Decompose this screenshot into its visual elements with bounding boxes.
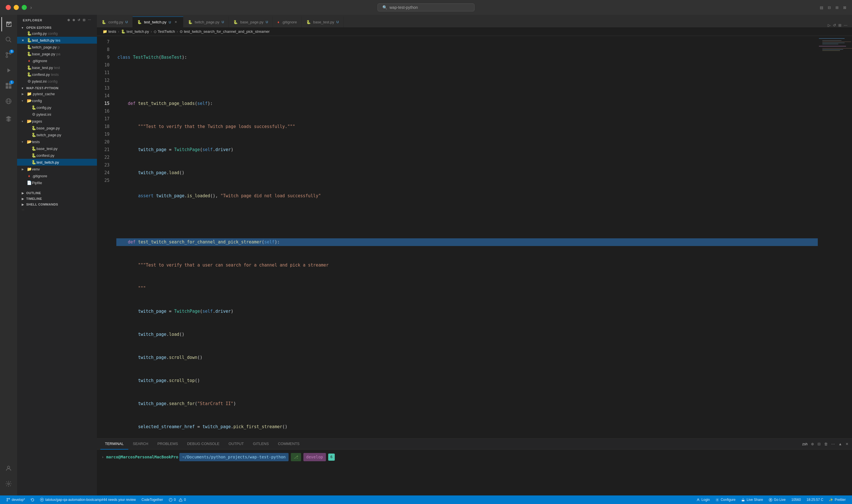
open-editor-gitignore[interactable]: ♦ .gitignore (17, 57, 97, 64)
editor-actions[interactable]: ▷ ↺ ⊞ ⋯ (828, 23, 852, 28)
minimize-button[interactable] (14, 5, 19, 10)
code-editor[interactable]: class TestTwitch(BaseTest): def test_twi… (114, 36, 818, 438)
status-repo[interactable]: tatotux/gap-qa-automation-bootcamp#44 ne… (37, 498, 139, 502)
history-icon[interactable]: ↺ (833, 23, 836, 28)
new-file-icon[interactable]: ⊕ (67, 18, 70, 22)
panel-tab-search[interactable]: SEARCH (128, 439, 153, 450)
timeline-section[interactable]: ▶ TIMELINE (17, 195, 97, 201)
panel-actions[interactable]: zsh ⊕ ⊟ 🗑 ⋯ ▲ ✕ (802, 442, 849, 446)
more-options[interactable]: ... (17, 207, 97, 211)
open-editor-base-page[interactable]: 🐍 base_page.py pa (17, 51, 97, 57)
nav-arrows[interactable]: ‹ › (23, 4, 32, 11)
status-configure[interactable]: Configure (713, 498, 738, 502)
panel-tab-terminal[interactable]: TERMINAL (100, 439, 128, 450)
layout-icon-4[interactable]: ⊠ (843, 5, 846, 10)
open-editor-test-twitch[interactable]: ✕ 🐍 test_twitch.py tes (17, 37, 97, 43)
tab-base-test[interactable]: 🐍 base_test.py U (302, 17, 343, 28)
maximize-panel-icon[interactable]: ▲ (838, 442, 842, 446)
tree-gitignore[interactable]: ♦ .gitignore (17, 173, 97, 179)
more-actions-icon[interactable]: ⋯ (844, 23, 848, 28)
status-login[interactable]: Login (693, 498, 713, 502)
status-errors[interactable]: 0 0 (166, 498, 189, 502)
tree-pipfile[interactable]: 📄 Pipfile (17, 179, 97, 186)
status-cursor[interactable]: 10560 (788, 498, 803, 502)
close-panel-icon[interactable]: ✕ (846, 442, 849, 446)
panel-tab-debug[interactable]: DEBUG CONSOLE (182, 439, 224, 450)
open-editors-section[interactable]: ▾ OPEN EDITORS (17, 24, 97, 30)
tree-tests-folder[interactable]: ▾ 📂 tests (17, 138, 97, 145)
activity-icon-source-control[interactable]: 9 (1, 48, 16, 62)
split-terminal-icon[interactable]: ⊟ (817, 442, 821, 446)
tree-base-test-py[interactable]: 🐍 base_test.py (17, 145, 97, 152)
back-arrow[interactable]: ‹ (23, 4, 24, 11)
activity-icon-remote[interactable] (1, 94, 16, 108)
kill-terminal-icon[interactable]: 🗑 (824, 442, 828, 446)
layout-icon-2[interactable]: ⊟ (828, 5, 831, 10)
outline-section[interactable]: ▶ OUTLINE (17, 190, 97, 195)
open-editor-pytest[interactable]: ⚙ pytest.ini config (17, 78, 97, 85)
tree-pytest-cache[interactable]: ▶ 📁 .pytest_cache (17, 90, 97, 97)
more-icon[interactable]: ⋯ (88, 18, 91, 22)
status-sync[interactable] (28, 498, 37, 501)
forward-arrow[interactable]: › (30, 4, 32, 11)
open-editor-twitch-page[interactable]: 🐍 twitch_page.py p (17, 43, 97, 51)
tab-test-twitch[interactable]: 🐍 test_twitch.py U ✕ (132, 17, 183, 28)
activity-icon-search[interactable] (1, 33, 16, 47)
tree-base-page-py[interactable]: 🐍 base_page.py (17, 125, 97, 131)
open-editor-base-test[interactable]: 🐍 base_test.py test (17, 64, 97, 71)
activity-icon-run[interactable] (1, 63, 16, 77)
open-editor-config[interactable]: 🐍 config.py config (17, 30, 97, 37)
run-icon[interactable]: ▷ (828, 23, 831, 28)
tree-test-twitch-py[interactable]: 🐍 test_twitch.py (17, 159, 97, 166)
tab-config[interactable]: 🐍 config.py U (97, 17, 132, 28)
activity-icon-extensions[interactable]: 1 (1, 79, 16, 93)
titlebar-actions[interactable]: ▤ ⊟ ⊞ ⊠ (820, 5, 846, 10)
root-section[interactable]: ▾ WAP-TEST-PYTHON (17, 85, 97, 90)
status-codetogether[interactable]: CodeTogether (139, 498, 166, 502)
activity-icon-explorer[interactable] (1, 17, 16, 31)
more-terminal-icon[interactable]: ⋯ (831, 442, 835, 446)
open-editor-conftest[interactable]: 🐍 conftest.py tests (17, 71, 97, 78)
tree-config-py[interactable]: 🐍 config.py (17, 104, 97, 111)
split-icon[interactable]: ⊞ (838, 23, 841, 28)
tab-close-button[interactable]: ✕ (173, 20, 178, 25)
tab-twitch-page[interactable]: 🐍 twitch_page.py U (183, 17, 229, 28)
tree-config-folder[interactable]: ▾ 📂 config (17, 97, 97, 104)
code-line-23: selected_streamer_href = twitch_page.pic… (116, 423, 818, 431)
layout-icon-3[interactable]: ⊞ (835, 5, 839, 10)
new-terminal-icon[interactable]: ⊕ (811, 442, 814, 446)
panel-tab-problems[interactable]: PROBLEMS (153, 439, 182, 450)
new-folder-icon[interactable]: ⊕ (72, 18, 75, 22)
sidebar-header-icons[interactable]: ⊕ ⊕ ↺ ⊟ ⋯ (67, 18, 91, 22)
breadcrumb-method[interactable]: ⊙ test_twitch_search_for_channel_and_pic… (180, 29, 270, 34)
activity-icon-gitlens[interactable] (1, 112, 16, 126)
status-branch[interactable]: develop* (3, 498, 28, 502)
status-prettier[interactable]: ✨ Prettier (826, 498, 849, 502)
activity-icon-settings[interactable] (1, 476, 16, 491)
tab-base-page[interactable]: 🐍 base_page.py U (229, 17, 273, 28)
status-go-live[interactable]: Go Live (766, 498, 788, 502)
panel-tab-gitlens[interactable]: GITLENS (248, 439, 273, 450)
terminal-content[interactable]: › marco@MarcosPersonalMacBookPro ~/Docum… (97, 452, 852, 462)
tree-pages-folder[interactable]: ▾ 📂 pages (17, 118, 97, 125)
tree-venv-folder[interactable]: ▶ 📁 venv (17, 166, 97, 173)
breadcrumb-tests[interactable]: 📁 tests (103, 29, 116, 34)
tree-pytest-ini[interactable]: ⚙ pytest.ini (17, 111, 97, 118)
shell-commands-section[interactable]: ▶ SHELL COMMANDS (17, 201, 97, 207)
terminal-user: marco@MarcosPersonalMacBookPro (106, 453, 178, 461)
tree-twitch-page-py[interactable]: 🐍 twitch_page.py (17, 131, 97, 138)
activity-icon-account[interactable] (1, 461, 16, 475)
collapse-icon[interactable]: ⊟ (83, 18, 86, 22)
tab-gitignore[interactable]: ♦ .gitignore (273, 17, 302, 28)
close-button[interactable] (6, 5, 11, 10)
folder-open-icon: 📂 (26, 98, 32, 104)
tree-conftest-py[interactable]: 🐍 conftest.py (17, 152, 97, 159)
refresh-icon[interactable]: ↺ (77, 18, 81, 22)
breadcrumb-file[interactable]: 🐍 test_twitch.py (121, 29, 149, 34)
panel-tab-comments[interactable]: COMMENTS (273, 439, 304, 450)
layout-icon-1[interactable]: ▤ (820, 5, 823, 10)
status-live-share[interactable]: Live Share (738, 498, 766, 502)
breadcrumb-class[interactable]: ◇ TestTwitch (154, 29, 175, 34)
panel-tab-output[interactable]: OUTPUT (224, 439, 248, 450)
titlebar-search[interactable]: 🔍 wap-test-python (377, 3, 475, 12)
